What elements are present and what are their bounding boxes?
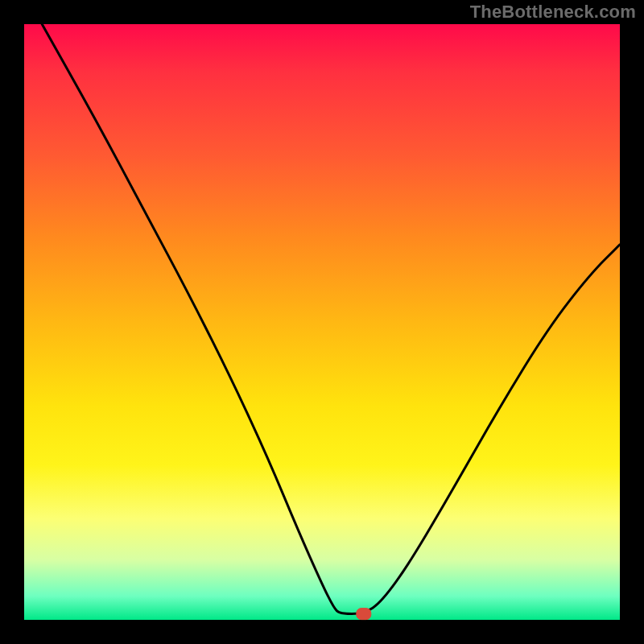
watermark-text: TheBottleneck.com: [470, 2, 636, 23]
bottleneck-curve-line: [42, 24, 620, 614]
chart-frame: TheBottleneck.com: [0, 0, 644, 644]
plot-area: [24, 24, 620, 620]
optimal-point-marker: [357, 609, 371, 620]
bottleneck-curve-svg: [24, 24, 620, 620]
